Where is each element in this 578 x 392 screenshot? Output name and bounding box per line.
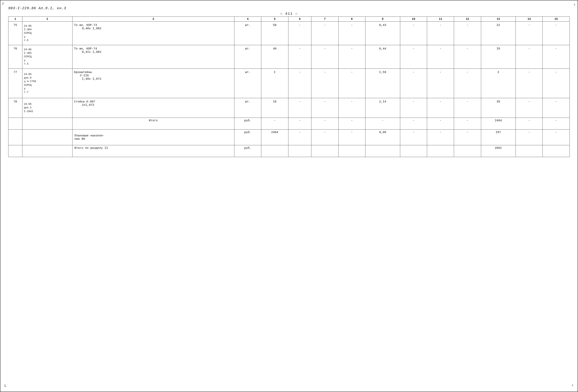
row-desc: Стойка К-987 2хI,072 xyxy=(72,98,234,118)
desc-main: Стойка К-987 xyxy=(74,100,95,103)
col-header-3: 3 xyxy=(72,17,234,22)
row-col12: - xyxy=(454,45,481,69)
total-empty1 xyxy=(8,118,22,130)
desc-main: Кронштейны xyxy=(74,71,92,74)
total-col6: - xyxy=(288,118,311,130)
total-col13: 2464 xyxy=(481,118,516,130)
row-col14: - xyxy=(516,22,543,45)
row-col5: 50 xyxy=(261,22,288,45)
section-total-row: Итого по разделу II руб. 266I xyxy=(8,145,570,157)
col-header-7: 7 xyxy=(311,17,338,22)
desc-main: То же, КОР-73 xyxy=(74,24,97,27)
page-header: 903-I-229.86 Ал.9.I, кн.3 xyxy=(8,6,570,10)
planned-col5: 2464 xyxy=(261,130,288,145)
sec-col9 xyxy=(365,145,400,157)
col-header-12: 12 xyxy=(454,17,481,22)
table-row: 75 24-05 I-364 ССРСЦ у т.5 То же, КОР-73… xyxy=(8,22,570,45)
row-col11: - xyxy=(427,22,454,45)
row-col15: - xyxy=(543,69,570,98)
sec-empty2 xyxy=(22,145,72,157)
col-header-5: 5 xyxy=(261,17,288,22)
row-col15: - xyxy=(543,22,570,45)
total-col14: - xyxy=(516,118,543,130)
doc-title: 903-I-229.86 Ал.9.I, кн.3 xyxy=(8,6,66,10)
planned-row: Плановые накопле-ния 8% руб. 2464 - - - … xyxy=(8,130,570,145)
planned-col6: - xyxy=(288,130,311,145)
sec-col8 xyxy=(338,145,365,157)
col-header-1: 1 xyxy=(8,17,22,22)
col-header-15: 15 xyxy=(543,17,570,22)
sec-col14 xyxy=(516,145,543,157)
row-col13: I8 xyxy=(481,45,516,69)
col-header-13: 13 xyxy=(481,17,516,22)
row-col9: 0,44 xyxy=(365,45,400,69)
planned-col10: - xyxy=(400,130,427,145)
desc-main2: У-II6 xyxy=(74,74,89,77)
table-row: 76 24-05 I-365 ССРСЦ у т.5 То же, КОР-74… xyxy=(8,45,570,69)
row-unit: шт. xyxy=(234,22,261,45)
row-col10: - xyxy=(400,45,427,69)
col-header-8: 8 xyxy=(338,17,365,22)
row-col13: 22 xyxy=(481,22,516,45)
desc-sub: 2хI,072 xyxy=(74,103,94,107)
row-num: 77 xyxy=(8,69,22,98)
sec-label: Итого по разделу II xyxy=(72,145,234,157)
row-col12: - xyxy=(454,69,481,98)
desc-sub: 0,40х I,082 xyxy=(74,27,101,30)
row-ref: 24-05 доп.6 ц.4-I783 ССРСЦ у т.7 xyxy=(22,69,72,98)
row-num: 78 xyxy=(8,98,22,118)
total-col8: - xyxy=(338,118,365,130)
row-unit: шт. xyxy=(234,98,261,118)
row-col13: 39 xyxy=(481,98,516,118)
row-col9: I,59 xyxy=(365,69,400,98)
row-col8: - xyxy=(338,98,365,118)
desc-sub: I,48х I,072 xyxy=(74,77,101,81)
corner-br: ┘ xyxy=(572,384,574,388)
row-col11: - xyxy=(427,69,454,98)
table-row: 78 24-05 доп.2 I-I042 Стойка К-987 2хI,0… xyxy=(8,98,570,118)
row-col14: - xyxy=(516,69,543,98)
row-col7: - xyxy=(311,69,338,98)
row-col6: - xyxy=(288,22,311,45)
sec-col10 xyxy=(400,145,427,157)
corner-bl: L xyxy=(4,384,6,388)
corner-tl: Г xyxy=(2,2,4,6)
col-header-9: 9 xyxy=(365,17,400,22)
row-col9: 2,I4 xyxy=(365,98,400,118)
row-col10: - xyxy=(400,69,427,98)
desc-main: То же, КОР-74 xyxy=(74,47,97,50)
planned-col14: - xyxy=(516,130,543,145)
sec-col13: 266I xyxy=(481,145,516,157)
total-col15: - xyxy=(543,118,570,130)
sec-col6 xyxy=(288,145,311,157)
row-ref: 24-05 I-365 ССРСЦ у т.5 xyxy=(22,45,72,69)
total-label: Итого xyxy=(72,118,234,130)
col-header-11: 11 xyxy=(427,17,454,22)
row-col14: - xyxy=(516,98,543,118)
row-desc: Кронштейны У-II6 I,48х I,072 xyxy=(72,69,234,98)
sec-col11 xyxy=(427,145,454,157)
row-num: 76 xyxy=(8,45,22,69)
corner-tr: ┐ xyxy=(574,2,576,6)
planned-col12: - xyxy=(454,130,481,145)
sec-col12 xyxy=(454,145,481,157)
row-col12: - xyxy=(454,98,481,118)
row-col13: 2 xyxy=(481,69,516,98)
table-header-row: 1 2 3 4 5 6 7 8 9 10 11 12 13 14 15 xyxy=(8,17,570,22)
total-col5: - xyxy=(261,118,288,130)
planned-col7: - xyxy=(311,130,338,145)
main-table: 1 2 3 4 5 6 7 8 9 10 11 12 13 14 15 75 2… xyxy=(8,16,570,157)
row-col6: - xyxy=(288,69,311,98)
col-header-4: 4 xyxy=(234,17,261,22)
col-header-10: 10 xyxy=(400,17,427,22)
row-col8: - xyxy=(338,22,365,45)
table-row: 77 24-05 доп.6 ц.4-I783 ССРСЦ у т.7 Крон… xyxy=(8,69,570,98)
col-header-14: 14 xyxy=(516,17,543,22)
total-col12: - xyxy=(454,118,481,130)
planned-empty2 xyxy=(22,130,72,145)
col-header-6: 6 xyxy=(288,17,311,22)
row-col8: - xyxy=(338,69,365,98)
row-desc: То же, КОР-74 0,4Iх I,082 xyxy=(72,45,234,69)
row-col10: - xyxy=(400,98,427,118)
col-header-2: 2 xyxy=(22,17,72,22)
